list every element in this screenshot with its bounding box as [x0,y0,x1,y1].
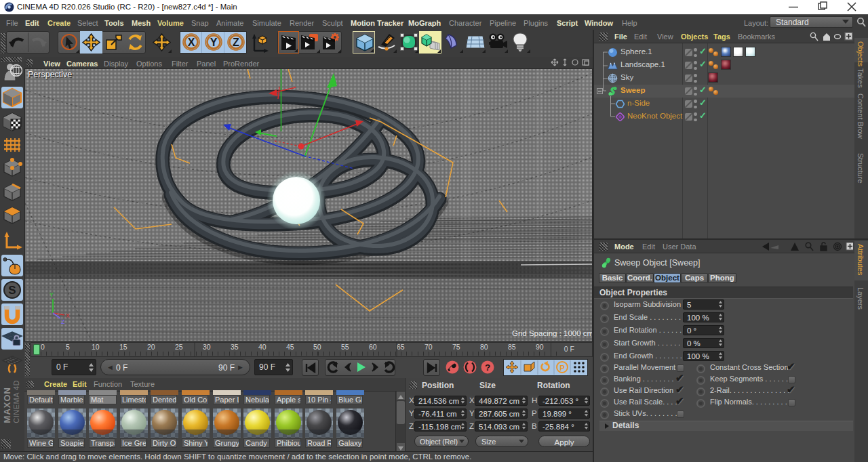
svg-text:85: 85 [508,343,516,351]
svg-text:P: P [559,364,565,372]
svg-text:Z: Z [61,318,65,325]
svg-text:Perspective: Perspective [28,70,72,79]
svg-text:50: 50 [313,343,321,351]
svg-text:70: 70 [425,343,433,351]
svg-text:0: 0 [41,343,45,351]
svg-text:60: 60 [369,343,377,351]
svg-text:45: 45 [286,343,294,351]
svg-text:25: 25 [175,343,183,351]
svg-text:30: 30 [203,343,211,351]
svg-text:10: 10 [92,343,100,351]
svg-text:65: 65 [397,343,405,351]
svg-text:80: 80 [480,343,488,351]
svg-text:Z: Z [233,37,239,48]
svg-text:55: 55 [341,343,349,351]
svg-text:X: X [66,312,70,319]
svg-text:Y: Y [210,37,218,48]
svg-text:20: 20 [147,343,155,351]
svg-text:40: 40 [258,343,267,351]
svg-text:X: X [188,37,195,48]
svg-text:5: 5 [66,343,70,351]
svg-text:Y: Y [50,291,54,298]
svg-text:S: S [8,284,16,297]
svg-text:?: ? [485,362,490,373]
svg-text:75: 75 [452,343,460,351]
svg-text:35: 35 [231,343,239,351]
svg-text:90: 90 [536,343,544,351]
svg-text:Grid Spacing : 1000 cm: Grid Spacing : 1000 cm [512,329,592,337]
svg-text:15: 15 [119,343,127,351]
